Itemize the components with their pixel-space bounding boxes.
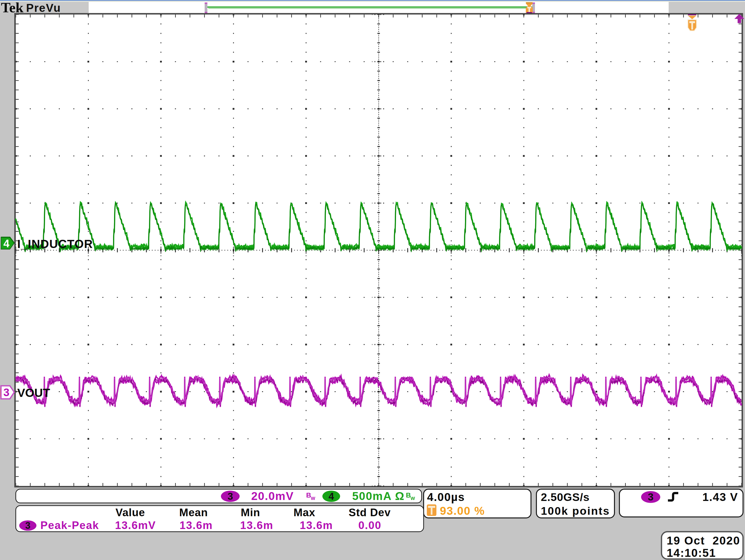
svg-text:PreVu: PreVu	[26, 1, 61, 14]
svg-text:0.00: 0.00	[358, 519, 382, 531]
svg-text:W: W	[411, 496, 415, 501]
svg-text:Peak-Peak: Peak-Peak	[40, 519, 99, 531]
svg-text:93.00 %: 93.00 %	[440, 504, 485, 517]
svg-text:Std Dev: Std Dev	[349, 506, 391, 518]
svg-text:B: B	[306, 491, 311, 499]
svg-text:20.0mV: 20.0mV	[251, 490, 294, 502]
svg-text:VOUT: VOUT	[17, 386, 50, 399]
svg-text:500mA Ω: 500mA Ω	[352, 490, 404, 502]
svg-text:W: W	[311, 496, 315, 501]
svg-text:Mean: Mean	[179, 506, 208, 518]
svg-text:1.43 V: 1.43 V	[702, 491, 738, 503]
svg-text:Min: Min	[241, 506, 260, 518]
svg-text:Value: Value	[116, 506, 145, 518]
svg-text:13.6m: 13.6m	[240, 519, 273, 531]
svg-text:13.6m: 13.6m	[180, 519, 213, 531]
svg-text:3: 3	[228, 491, 233, 502]
svg-text:2.50GS/s: 2.50GS/s	[541, 491, 590, 503]
svg-text:B: B	[406, 491, 411, 499]
svg-text:3: 3	[3, 386, 9, 398]
svg-text:4: 4	[328, 491, 334, 502]
svg-text:14:10:51: 14:10:51	[667, 547, 716, 559]
svg-text:4.00µs: 4.00µs	[427, 491, 465, 503]
svg-text:4: 4	[3, 238, 10, 249]
svg-text:100k points: 100k points	[541, 505, 610, 517]
svg-text:3: 3	[25, 520, 30, 531]
svg-text:Max: Max	[294, 506, 316, 518]
svg-text:13.6mV: 13.6mV	[115, 519, 156, 531]
svg-text:19 Oct 2020: 19 Oct 2020	[667, 534, 740, 547]
svg-text:3: 3	[648, 491, 653, 503]
svg-text:13.6m: 13.6m	[300, 519, 333, 531]
svg-text:I_INDUCTOR: I_INDUCTOR	[17, 238, 93, 250]
